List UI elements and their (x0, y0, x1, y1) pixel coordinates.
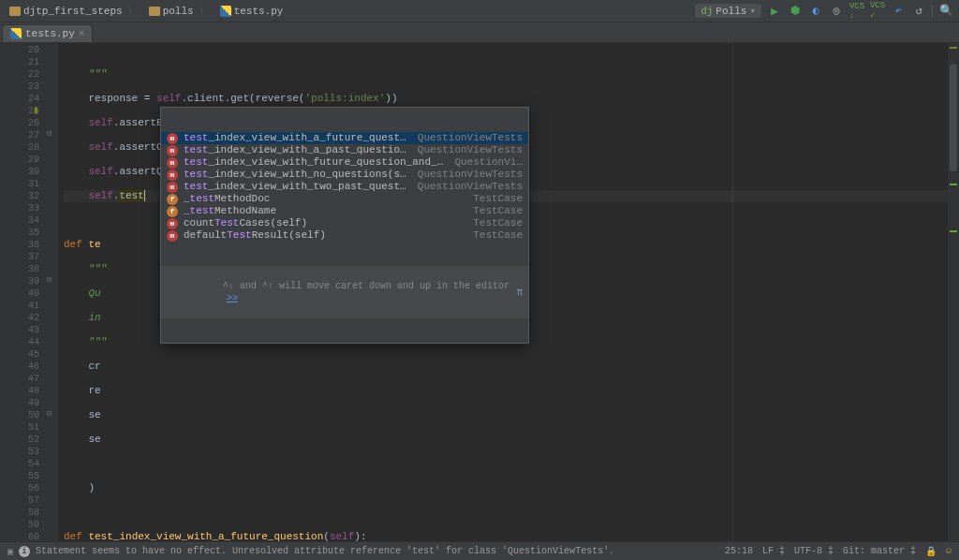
autocomplete-item[interactable]: f_testMethodDocTestCase (161, 193, 528, 205)
autocomplete-item[interactable]: mtest_index_view_with_future_question_an… (161, 156, 528, 169)
autocomplete-item-name: test_index_view_with_a_future_question(s… (184, 132, 410, 144)
autocomplete-item-origin: TestCase (473, 217, 523, 229)
autocomplete-item[interactable]: mtest_index_view_with_a_future_question(… (161, 132, 528, 144)
tool-window-toggle-icon[interactable]: ▣ (7, 546, 13, 557)
ac-hint-text: ^↓ and ^↑ will move caret down and up in… (223, 281, 509, 291)
autocomplete-hint: ^↓ and ^↑ will move caret down and up in… (161, 266, 528, 318)
python-file-icon (10, 28, 22, 39)
left-gutter-strip (0, 43, 17, 541)
status-bar: ▣ i Statement seems to have no effect. U… (0, 541, 959, 560)
crumb-file-label: tests.py (234, 6, 284, 17)
crumb-project[interactable]: djtp_first_steps 〉 (6, 2, 143, 20)
autocomplete-item-name: _testMethodDoc (184, 193, 465, 205)
inspection-message[interactable]: Statement seems to have no effect. Unres… (36, 546, 614, 556)
autocomplete-item-name: defaultTestResult(self) (184, 229, 465, 242)
autocomplete-item-origin: TestCase (473, 193, 523, 205)
vcs-commit-button[interactable]: VCS✓ (870, 4, 885, 19)
chevron-right-icon: 〉 (127, 4, 138, 18)
autocomplete-item-origin: QuestionViewTests (418, 132, 523, 144)
close-tab-icon[interactable]: × (79, 28, 85, 39)
vcs-update-button[interactable]: VCS↓ (849, 4, 864, 19)
python-file-icon (220, 6, 231, 17)
run-button[interactable]: ▶ (767, 4, 782, 19)
info-icon: i (19, 546, 30, 557)
inspection-stripe[interactable] (950, 230, 957, 232)
warning-stripe[interactable] (950, 47, 957, 49)
autocomplete-item-origin: QuestionViewTests (418, 181, 523, 193)
autocomplete-item[interactable]: mtest_index_view_with_two_past_questions… (161, 181, 528, 193)
autocomplete-item-name: test_index_view_with_a_past_question(sel… (184, 144, 410, 156)
autocomplete-item-origin: QuestionVi… (454, 156, 523, 169)
line-separator[interactable]: LF ‡ (762, 546, 785, 556)
editor: 2021222324252627282930313233343536373839… (0, 43, 959, 541)
method-icon: m (167, 218, 178, 229)
dropdown-arrow-icon: ▾ (749, 5, 756, 17)
autocomplete-item-origin: TestCase (473, 229, 523, 242)
autocomplete-item[interactable]: mtest_index_view_with_a_past_question(se… (161, 144, 528, 156)
autocomplete-item-name: _testMethodName (184, 205, 465, 217)
crumb-project-label: djtp_first_steps (23, 6, 123, 17)
autocomplete-item-name: countTestCases(self) (184, 217, 465, 229)
run-with-coverage-button[interactable]: ◐ (808, 4, 823, 19)
vertical-scrollbar[interactable] (948, 43, 959, 541)
crumb-file[interactable]: tests.py (216, 4, 288, 19)
git-branch[interactable]: Git: master ‡ (843, 546, 916, 556)
fold-gutter[interactable]: ▮⊟⊟⊟⊟ (45, 43, 58, 541)
debug-button[interactable]: ⬢ (788, 4, 803, 19)
autocomplete-item[interactable]: mdefaultTestResult(self)TestCase (161, 229, 528, 242)
revert-button[interactable]: ↺ (911, 4, 926, 19)
crumb-folder-label: polls (163, 6, 194, 17)
method-icon: m (167, 169, 178, 181)
inspection-stripe[interactable] (950, 184, 957, 185)
editor-tabs: tests.py × (0, 22, 959, 43)
tab-label: tests.py (25, 28, 75, 39)
right-margin-guide (732, 43, 733, 541)
attach-button[interactable]: ◎ (829, 4, 844, 19)
autocomplete-item[interactable]: mcountTestCases(self)TestCase (161, 217, 528, 229)
method-icon: m (167, 133, 178, 144)
run-config-label: Polls (716, 6, 746, 17)
separator (932, 5, 933, 18)
hector-icon[interactable]: ☺ (946, 546, 952, 556)
run-configuration-selector[interactable]: dj Polls ▾ (695, 4, 761, 18)
top-navigation: djtp_first_steps 〉 polls 〉 tests.py dj P… (0, 0, 959, 22)
method-icon: m (167, 230, 178, 242)
file-encoding[interactable]: UTF-8 ‡ (794, 546, 834, 556)
autocomplete-item-origin: TestCase (473, 205, 523, 217)
caret-position[interactable]: 25:18 (725, 546, 753, 556)
autocomplete-item-name: test_index_view_with_future_question_and… (184, 156, 447, 169)
method-icon: m (167, 145, 178, 156)
method-icon: m (167, 182, 178, 193)
folder-icon (9, 7, 21, 16)
pi-icon: π (517, 287, 523, 299)
toolbar-right: dj Polls ▾ ▶ ⬢ ◐ ◎ VCS↓ VCS✓ ↶ ↺ 🔍 (695, 4, 953, 19)
line-number-gutter[interactable]: 2021222324252627282930313233343536373839… (17, 43, 45, 541)
autocomplete-item[interactable]: mtest_index_view_with_no_questions(self)… (161, 169, 528, 181)
tab-tests-py[interactable]: tests.py × (2, 24, 93, 42)
autocomplete-item-name: test_index_view_with_two_past_questions(… (184, 181, 410, 193)
vcs-history-button[interactable]: ↶ (891, 4, 906, 19)
folder-icon (149, 7, 160, 16)
autocomplete-item-origin: QuestionViewTests (418, 144, 523, 156)
scrollbar-thumb[interactable] (950, 64, 957, 171)
autocomplete-item-origin: QuestionViewTests (418, 169, 523, 181)
field-icon: f (167, 206, 178, 217)
autocomplete-more-link[interactable]: >> (227, 293, 238, 303)
django-icon: dj (701, 6, 713, 17)
search-everywhere-button[interactable]: 🔍 (938, 4, 953, 19)
autocomplete-item[interactable]: f_testMethodNameTestCase (161, 205, 528, 217)
code-area[interactable]: """ response = self.client.get(reverse('… (58, 43, 959, 541)
chevron-right-icon: 〉 (199, 4, 209, 18)
lock-icon[interactable]: 🔒 (925, 546, 937, 557)
breadcrumb: djtp_first_steps 〉 polls 〉 tests.py (6, 2, 287, 20)
field-icon: f (167, 194, 178, 205)
autocomplete-item-name: test_index_view_with_no_questions(self) (184, 169, 410, 181)
crumb-folder[interactable]: polls 〉 (145, 2, 214, 20)
autocomplete-popup: mtest_index_view_with_a_future_question(… (160, 107, 529, 344)
method-icon: m (167, 157, 178, 169)
